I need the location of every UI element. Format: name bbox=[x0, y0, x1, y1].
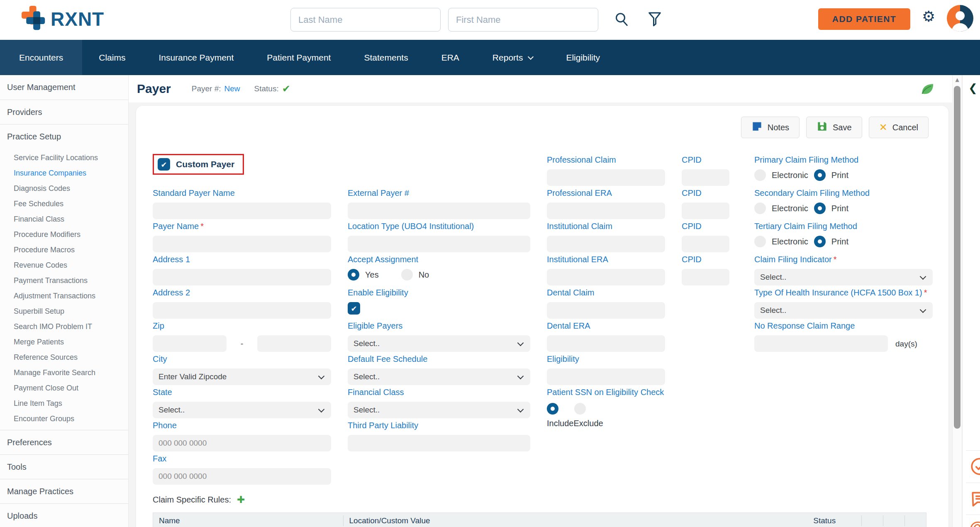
location-type-input[interactable] bbox=[348, 236, 530, 252]
nav-item-reports[interactable]: Reports bbox=[476, 40, 550, 75]
sidebar-item-fee-schedules[interactable]: Fee Schedules bbox=[0, 196, 128, 212]
standard-payer-name-input[interactable] bbox=[153, 203, 331, 219]
secondary-electronic-radio[interactable] bbox=[754, 203, 766, 214]
accept-assignment-no-radio[interactable] bbox=[401, 269, 413, 281]
sidebar-item-superbill-setup[interactable]: Superbill Setup bbox=[0, 304, 128, 319]
institutional-claim-input[interactable] bbox=[547, 236, 665, 252]
dental-era-input[interactable] bbox=[547, 335, 665, 352]
city-select[interactable]: Enter Valid Zipcode bbox=[153, 368, 331, 385]
sidebar-item-payment-transactions[interactable]: Payment Transactions bbox=[0, 273, 128, 288]
add-rule-icon[interactable]: ✚ bbox=[237, 494, 245, 505]
add-patient-button[interactable]: ADD PATIENT bbox=[818, 8, 910, 30]
tertiary-print-radio[interactable] bbox=[814, 236, 826, 247]
sidebar-item-service-facility-locations[interactable]: Service Facility Locations bbox=[0, 150, 128, 166]
filter-icon[interactable] bbox=[646, 11, 663, 29]
cpid-input-3[interactable] bbox=[682, 236, 729, 252]
collapse-panel-icon[interactable]: ❮ bbox=[968, 82, 978, 94]
avatar[interactable] bbox=[947, 5, 973, 33]
payer-number-value[interactable]: New bbox=[224, 84, 240, 93]
save-button[interactable]: Save bbox=[806, 117, 862, 138]
fax-input[interactable] bbox=[153, 468, 331, 485]
sidebar-item-tools[interactable]: Tools bbox=[0, 454, 128, 479]
gear-icon[interactable]: ⚙ bbox=[922, 9, 935, 24]
nav-item-claims[interactable]: Claims bbox=[82, 40, 142, 75]
default-fee-schedule-select[interactable]: Select.. bbox=[348, 368, 530, 385]
sidebar-item-search-imo-problem-it[interactable]: Search IMO Problem IT bbox=[0, 319, 128, 334]
external-payer-input[interactable] bbox=[348, 203, 530, 219]
enable-eligibility-checkbox[interactable]: ✔ bbox=[348, 302, 360, 315]
sidebar-item-financial-class[interactable]: Financial Class bbox=[0, 212, 128, 227]
eligibility-input[interactable] bbox=[547, 368, 665, 385]
chat-icon[interactable] bbox=[969, 488, 980, 511]
nav-item-eligibility[interactable]: Eligibility bbox=[549, 40, 617, 75]
sidebar-item-insurance-companies[interactable]: Insurance Companies bbox=[0, 166, 128, 181]
rxnt-logo[interactable]: RXNT bbox=[22, 6, 104, 32]
scrollbar-thumb[interactable] bbox=[954, 86, 960, 429]
ssn-include-radio[interactable] bbox=[547, 403, 558, 415]
sidebar-item-procedure-modifiers[interactable]: Procedure Modifiers bbox=[0, 227, 128, 242]
sidebar-item-manage-practices[interactable]: Manage Practices bbox=[0, 479, 128, 503]
no-response-claim-range-input[interactable] bbox=[754, 335, 888, 352]
tertiary-electronic-radio[interactable] bbox=[754, 236, 766, 247]
zip-input[interactable] bbox=[153, 335, 227, 352]
sidebar-item-merge-patients[interactable]: Merge Patients bbox=[0, 334, 128, 350]
nav-item-insurance-payment[interactable]: Insurance Payment bbox=[142, 40, 250, 75]
sidebar-item-payment-close-out[interactable]: Payment Close Out bbox=[0, 381, 128, 396]
nav-item-era[interactable]: ERA bbox=[425, 40, 476, 75]
custom-payer-checkbox[interactable]: ✔ bbox=[158, 158, 170, 171]
nav-item-patient-payment[interactable]: Patient Payment bbox=[250, 40, 347, 75]
cpid-input-1[interactable] bbox=[682, 169, 729, 186]
sidebar-item-reference-sources[interactable]: Reference Sources bbox=[0, 350, 128, 365]
professional-claim-input[interactable] bbox=[547, 169, 665, 186]
sidebar-item-revenue-codes[interactable]: Revenue Codes bbox=[0, 258, 128, 273]
column-header-action-3 bbox=[904, 515, 926, 527]
eligible-payers-select[interactable]: Select.. bbox=[348, 335, 530, 352]
sidebar-item-adjustment-transactions[interactable]: Adjustment Transactions bbox=[0, 288, 128, 304]
sidebar-item-manage-favorite-search[interactable]: Manage Favorite Search bbox=[0, 365, 128, 381]
institutional-era-input[interactable] bbox=[547, 269, 665, 285]
primary-electronic-radio[interactable] bbox=[754, 169, 766, 181]
state-field: State Select.. bbox=[153, 386, 331, 420]
claim-filing-indicator-select[interactable]: Select.. bbox=[754, 269, 933, 285]
nav-item-statements[interactable]: Statements bbox=[347, 40, 424, 75]
sidebar-item-encounter-groups[interactable]: Encounter Groups bbox=[0, 411, 128, 427]
address2-input[interactable] bbox=[153, 302, 331, 319]
sidebar-item-uploads[interactable]: Uploads bbox=[0, 503, 128, 527]
sidebar-item-diagnosis-codes[interactable]: Diagnosis Codes bbox=[0, 181, 128, 196]
check-circle-icon[interactable] bbox=[969, 456, 980, 478]
search-icon[interactable] bbox=[613, 11, 630, 29]
nav-item-encounters[interactable]: Encounters bbox=[0, 40, 82, 75]
rxnt-logo-icon bbox=[22, 6, 46, 32]
sidebar-item-user-management[interactable]: User Management bbox=[0, 75, 128, 100]
sidebar-item-practice-setup[interactable]: Practice Setup bbox=[0, 124, 128, 149]
claim-rules-table-header: Name Location/Custom Value Status bbox=[153, 513, 926, 527]
sidebar-item-line-item-tags[interactable]: Line Item Tags bbox=[0, 396, 128, 411]
ssn-exclude-radio[interactable] bbox=[574, 403, 586, 415]
dental-claim-input[interactable] bbox=[547, 302, 665, 319]
secondary-print-radio[interactable] bbox=[814, 203, 826, 214]
save-icon bbox=[817, 121, 828, 134]
address1-input[interactable] bbox=[153, 269, 331, 285]
cancel-button[interactable]: ✕ Cancel bbox=[869, 117, 929, 138]
primary-print-radio[interactable] bbox=[814, 169, 826, 181]
scroll-up-arrow[interactable]: ▲ bbox=[953, 77, 962, 83]
financial-class-select[interactable]: Select.. bbox=[348, 402, 530, 418]
accept-assignment-yes-radio[interactable] bbox=[348, 269, 359, 281]
cpid-input-4[interactable] bbox=[682, 269, 729, 285]
type-of-health-insurance-select[interactable]: Select.. bbox=[754, 302, 933, 319]
last-name-input[interactable] bbox=[290, 8, 441, 32]
sidebar-item-procedure-macros[interactable]: Procedure Macros bbox=[0, 242, 128, 258]
professional-era-input[interactable] bbox=[547, 203, 665, 219]
third-party-liability-input[interactable] bbox=[348, 435, 530, 451]
first-name-input[interactable] bbox=[448, 8, 598, 32]
notes-button[interactable]: Notes bbox=[741, 117, 800, 138]
payer-name-input[interactable] bbox=[153, 236, 331, 252]
at-icon[interactable]: @ bbox=[969, 518, 980, 527]
state-select[interactable]: Select.. bbox=[153, 402, 331, 418]
chevron-down-icon bbox=[517, 373, 524, 380]
zip-ext-input[interactable] bbox=[257, 335, 331, 352]
sidebar-item-preferences[interactable]: Preferences bbox=[0, 430, 128, 454]
cpid-input-2[interactable] bbox=[682, 203, 729, 219]
sidebar-item-providers[interactable]: Providers bbox=[0, 100, 128, 124]
phone-input[interactable] bbox=[153, 435, 331, 451]
